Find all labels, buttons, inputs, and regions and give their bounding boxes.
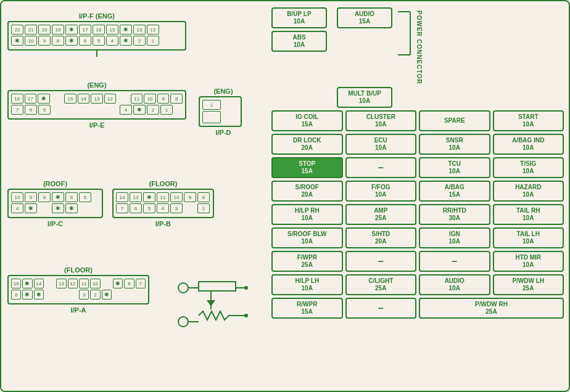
fuse-ign: IGN10A [419,227,490,248]
fuse-ecu: ECU10A [345,134,417,155]
pin-empty [68,290,78,300]
pin: ✱ [65,36,78,46]
pin: 6 [65,192,78,202]
pin: ✱ [65,25,78,35]
ipb-box: 14 13 ✱ 11 10 9 8 7 6 5 4 3 1 [112,189,214,218]
audio-power-row: AUDIO 15A POWER CONNECTOR [337,7,423,84]
pin-empty [65,105,78,115]
ipd-slot [202,111,221,123]
power-connector-label: POWER CONNECTOR [416,7,423,84]
svg-point-8 [244,314,248,317]
pin: 19 [52,25,64,35]
fuse-abs: ABS 10A [271,31,327,52]
pin-empty [45,279,55,288]
ipd-row1: 1 [202,100,238,110]
pin: 14 [34,279,44,288]
pin: ✱ [38,94,50,104]
fuse-ffog: F/FOG10A [345,181,417,202]
pin: 10 [170,192,183,202]
pin: ✱ [133,105,146,115]
ipf-label: I/P-F (ENG) [7,12,186,20]
pin: 18 [11,94,23,104]
pin: 5 [79,192,91,202]
ipf-tab-line [96,51,97,57]
pin: 4 [157,203,169,213]
ipf-tab-row [7,51,186,57]
fuse-clight: C/LIGHT25A [345,274,417,295]
pin-empty [38,203,51,213]
pin: ✱ [120,36,132,46]
fuse-hlp-rh: H/LP RH10A [271,204,343,225]
fuse-pwdw-rh: P/WDW RH25A [419,298,564,319]
fuse-htd-mir: HTD MIR10A [493,251,564,272]
pin: 8 [197,192,210,202]
pin: 17 [25,94,37,104]
pin: 2 [133,36,146,46]
pin: 10 [144,94,156,104]
ipe-row2: 7 6 5 4 ✱ 2 1 [11,105,183,115]
ipc-connector: (ROOF) 10 9 8 ✱ 6 5 4 ✱ ✱ ✱ [7,180,103,227]
fuse-tcu: TCU10A [419,157,490,178]
power-bracket-svg [395,9,413,58]
pin-empty [45,290,55,300]
ipe-eng-label: (ENG) [7,81,186,89]
top-right-fuses: AUDIO 15A POWER CONNECTOR MULT B/ [337,7,423,108]
pin: 21 [25,25,37,35]
fuse-dr-lock: DR LOCK20A [271,134,343,155]
pin: ✱ [25,203,37,213]
pin: 9 [38,36,51,46]
pin: 2 [147,105,159,115]
pin: ✱ [102,290,112,300]
pin: ✱ [120,25,132,35]
pin: 12 [68,279,78,288]
pin: 14 [116,192,128,202]
pin: 5 [143,203,155,213]
fuse-dash-2: – [345,251,417,272]
pin: ✱ [34,290,44,300]
ipa-row2: 6 ✱ ✱ 3 2 ✱ [11,290,146,300]
fuse-ig-coil: IG COIL15A [271,110,343,131]
fuse-amp-254: AMP25A [345,204,417,225]
ipb-row2: 7 6 5 4 3 1 [116,203,210,213]
fuse-audio-10a: AUDIO10A [419,274,490,295]
pin: 1 [197,203,210,213]
top-fuses-area: B/UP LP 10A ABS 10A AUDIO 15A [271,7,564,108]
fuse-bup-lp: B/UP LP 10A [271,7,327,28]
pin: 6 [25,105,37,115]
pin: 16 [11,279,21,288]
pin: 1 [160,105,173,115]
pin: ✱ [52,192,64,202]
pin-empty [79,203,91,213]
fuse-dash-4: – [345,298,417,319]
ipc-row1: 10 9 8 ✱ 6 5 [11,192,99,202]
pin: 1 [202,100,221,110]
resistor-symbol [165,276,257,340]
fuse-dash-3: – [419,251,490,272]
fuse-sroof-blw: S/ROOF BLW10A [271,227,343,248]
fuse-main-grid: IG COIL15A CLUSTER10A SPARE START10A DR … [271,110,564,319]
pin: 11 [131,94,143,104]
pin: 9 [25,192,37,202]
pin: 6 [130,203,142,213]
pin: 6 [79,36,91,46]
pin-empty [124,290,134,300]
right-panel: B/UP LP 10A ABS 10A AUDIO 15A [266,1,569,391]
ipe-row1: 18 17 ✱ 15 14 13 12 11 10 9 8 [11,94,183,104]
pin: 17 [79,25,91,35]
fuse-snsr: SNSR10A [419,134,490,155]
ipf-box: 22 21 20 19 ✱ 17 16 15 ✱ 13 12 ✱ 10 9 8 [7,21,186,51]
pin: 4 [106,36,118,46]
svg-point-0 [178,283,188,293]
fuse-abag-ind: A/BAG IND10A [493,134,564,155]
pin-empty [51,94,64,104]
pin-empty [113,290,123,300]
fuse-start: START10A [493,110,564,131]
pin: 6 [11,290,21,300]
fuse-rwpr: R/WPR15A [271,298,343,319]
svg-rect-4 [199,282,236,291]
ipd-label: I/P-D [199,129,248,136]
left-panel: I/P-F (ENG) 22 21 20 19 ✱ 17 16 15 ✱ 13 … [1,1,266,391]
fuse-pwdw-lh: P/WDW LH25A [493,274,564,295]
pin: 7 [116,203,128,213]
ipd-row2 [202,111,238,123]
